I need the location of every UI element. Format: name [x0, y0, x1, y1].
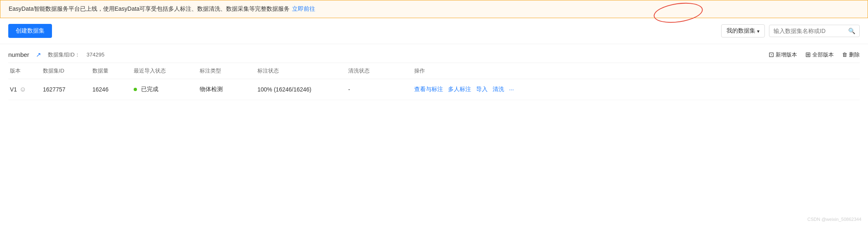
version-value: V1 [10, 86, 17, 93]
search-icon: 🔍 [848, 28, 855, 34]
cell-data-count: 16246 [91, 86, 132, 93]
group-id-value: 374295 [87, 52, 104, 58]
table-row: V1 ☺ 1627757 16246 已完成 物体检测 100% (16246/… [8, 79, 860, 100]
col-header-actions: 操作 [413, 67, 536, 75]
more-actions-button[interactable]: ··· [509, 86, 514, 93]
toolbar: 创建数据集 我的数据集 🔍 [0, 18, 868, 44]
add-version-button[interactable]: ⊡ 新增版本 [769, 51, 797, 59]
banner-link[interactable]: 立即前往 [292, 5, 315, 13]
action-links: 查看与标注 多人标注 导入 清洗 ··· [414, 86, 535, 93]
dataset-id-value: 1627757 [43, 86, 66, 93]
label-status-value: 100% (16246/16246) [257, 86, 311, 93]
announcement-banner: EasyData智能数据服务平台已上线，使用EasyData可享受包括多人标注、… [0, 0, 868, 18]
smile-icon: ☺ [19, 86, 26, 93]
delete-label: 删除 [849, 51, 860, 59]
table-header: 版本 数据集ID 数据量 最近导入状态 标注类型 标注状态 清洗状态 操作 [8, 63, 860, 79]
cell-import-status: 已完成 [132, 86, 198, 93]
data-count-value: 16246 [92, 86, 108, 93]
cell-label-status: 100% (16246/16246) [256, 86, 347, 93]
col-header-clean-status: 清洗状态 [347, 67, 413, 75]
col-header-data-count: 数据量 [91, 67, 132, 75]
clean-status-value: - [348, 86, 350, 93]
import-button[interactable]: 导入 [476, 86, 488, 93]
group-id-label: 数据集组ID： [48, 51, 80, 59]
toolbar-right: 我的数据集 🔍 [721, 24, 860, 38]
clean-button[interactable]: 清洗 [493, 86, 504, 93]
banner-text: EasyData智能数据服务平台已上线，使用EasyData可享受包括多人标注、… [9, 5, 290, 13]
import-status-value: 已完成 [141, 86, 158, 92]
dataset-group: number ↗ 数据集组ID： 374295 ⊡ 新增版本 ⊞ 全部版本 🗑 … [8, 44, 860, 100]
filter-label: 我的数据集 [726, 27, 755, 35]
group-name: number [8, 51, 29, 58]
status-dot-icon [134, 88, 137, 91]
col-header-label-status: 标注状态 [256, 67, 347, 75]
col-header-import-status: 最近导入状态 [132, 67, 198, 75]
all-versions-icon: ⊞ [805, 51, 811, 59]
col-header-version: 版本 [8, 67, 41, 75]
add-version-label: 新增版本 [776, 51, 797, 59]
search-box: 🔍 [769, 25, 860, 37]
cell-label-type: 物体检测 [198, 86, 256, 93]
view-label-button[interactable]: 查看与标注 [414, 86, 443, 93]
chevron-down-icon [757, 28, 760, 34]
add-version-icon: ⊡ [769, 51, 774, 59]
cell-dataset-id: 1627757 [41, 86, 91, 93]
filter-dropdown[interactable]: 我的数据集 [721, 24, 765, 38]
all-versions-button[interactable]: ⊞ 全部版本 [805, 51, 834, 59]
label-type-value: 物体检测 [200, 86, 223, 92]
cell-clean-status: - [347, 86, 413, 93]
external-link-icon[interactable]: ↗ [36, 51, 41, 59]
delete-button[interactable]: 🗑 删除 [842, 51, 860, 59]
col-header-dataset-id: 数据集ID [41, 67, 91, 75]
all-versions-label: 全部版本 [812, 51, 834, 59]
create-dataset-button[interactable]: 创建数据集 [8, 24, 52, 38]
group-header-right: ⊡ 新增版本 ⊞ 全部版本 🗑 删除 [769, 51, 860, 59]
cell-version: V1 ☺ [8, 86, 41, 93]
toolbar-left: 创建数据集 [8, 24, 52, 38]
group-header: number ↗ 数据集组ID： 374295 ⊡ 新增版本 ⊞ 全部版本 🗑 … [8, 44, 860, 63]
search-input[interactable] [774, 28, 846, 34]
group-header-left: number ↗ 数据集组ID： 374295 [8, 51, 104, 59]
delete-icon: 🗑 [842, 52, 847, 58]
cell-actions: 查看与标注 多人标注 导入 清洗 ··· [413, 86, 536, 93]
multi-label-button[interactable]: 多人标注 [448, 86, 471, 93]
col-header-label-type: 标注类型 [198, 67, 256, 75]
